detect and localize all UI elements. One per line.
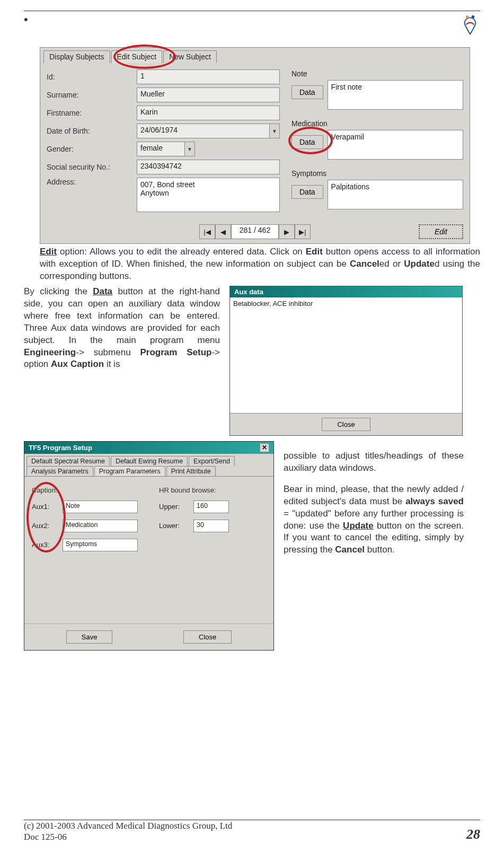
- nav-first-button[interactable]: |◀: [199, 224, 215, 239]
- label-gender: Gender:: [47, 145, 137, 153]
- caption-group-label: Caption:: [32, 486, 159, 494]
- aux3-label: Aux3:: [32, 541, 57, 549]
- page-number: 28: [466, 827, 480, 842]
- paragraph-save-update: Bear in mind, please, that the newly add…: [284, 484, 464, 557]
- bullet: •: [24, 15, 40, 244]
- medication-field[interactable]: Verapamil: [328, 130, 463, 160]
- label-surname: Surname:: [47, 91, 137, 99]
- setup-title: TF5 Program Setup: [29, 444, 92, 452]
- dob-dropdown-icon[interactable]: ▼: [270, 124, 280, 138]
- tab-export-send[interactable]: Export/Send: [189, 456, 235, 466]
- label-id: Id:: [47, 73, 137, 81]
- paragraph-edit-option: Edit option: Allows you to edit the alre…: [40, 246, 480, 283]
- tab-analysis-params[interactable]: Analysis Parametrs: [26, 466, 93, 476]
- ssn-field[interactable]: 2340394742: [137, 160, 280, 174]
- paragraph-data-button: By clicking the Data button at the right…: [24, 286, 220, 436]
- tab-edit-subject[interactable]: Edit Subject: [111, 50, 163, 63]
- subject-form-panel: Display Subjects Edit Subject New Subjec…: [40, 47, 470, 244]
- symptoms-data-button[interactable]: Data: [291, 185, 323, 199]
- gender-field[interactable]: female: [137, 142, 185, 156]
- label-address: Address:: [47, 178, 137, 186]
- aux-textarea[interactable]: Betablocker, ACE inhibitor: [230, 297, 462, 413]
- tab-program-params[interactable]: Program Parameters: [94, 466, 165, 476]
- paragraph-aux-titles: possible to adjust titles/headings of th…: [284, 450, 464, 475]
- svg-point-1: [472, 15, 474, 18]
- tab-new-subject[interactable]: New Subject: [163, 50, 217, 63]
- nav-next-button[interactable]: ▶: [279, 224, 295, 239]
- program-setup-window: TF5 Program Setup ✕ Default Spectral Res…: [24, 441, 274, 651]
- svg-point-0: [466, 15, 468, 18]
- label-note: Note: [291, 69, 463, 78]
- form-tabs: Display Subjects Edit Subject New Subjec…: [40, 48, 470, 63]
- aux1-field[interactable]: Note: [63, 500, 138, 513]
- hr-group-label: HR bound browse:: [159, 486, 254, 494]
- upper-label: Upper:: [159, 503, 188, 511]
- id-field[interactable]: 1: [137, 69, 280, 84]
- lower-field[interactable]: 30: [193, 520, 229, 532]
- setup-save-button[interactable]: Save: [66, 630, 113, 644]
- aux1-label: Aux1:: [32, 503, 57, 511]
- firstname-field[interactable]: Karin: [137, 106, 280, 120]
- medication-data-button[interactable]: Data: [291, 135, 323, 149]
- lower-label: Lower:: [159, 522, 188, 530]
- nav-last-button[interactable]: ▶|: [295, 224, 311, 239]
- tab-default-ewing[interactable]: Default Ewing Resume: [111, 456, 188, 466]
- logo-icon: [460, 15, 480, 36]
- nav-prev-button[interactable]: ◀: [215, 224, 231, 239]
- symptoms-field[interactable]: Palpitations: [328, 180, 463, 209]
- surname-field[interactable]: Mueller: [137, 87, 280, 102]
- aux-close-button[interactable]: Close: [322, 418, 370, 431]
- nav-counter[interactable]: 281 / 462: [231, 224, 279, 239]
- footer-text: (c) 2001-2003 Advanced Medical Diagnosti…: [24, 820, 232, 843]
- address-field[interactable]: 007, Bond street Anytown: [137, 178, 280, 212]
- edit-button[interactable]: Edit: [419, 224, 463, 239]
- gender-dropdown-icon[interactable]: ▼: [185, 142, 195, 156]
- aux3-field[interactable]: Symptoms: [63, 539, 138, 551]
- setup-close-button[interactable]: Close: [183, 630, 232, 644]
- aux2-label: Aux2:: [32, 522, 57, 530]
- tab-display-subjects[interactable]: Display Subjects: [43, 50, 110, 63]
- label-ssn: Social security No.:: [47, 163, 137, 171]
- tab-print-attribute[interactable]: Print Attribute: [166, 466, 216, 476]
- close-icon[interactable]: ✕: [260, 443, 269, 452]
- label-firstname: Firstname:: [47, 109, 137, 117]
- upper-field[interactable]: 160: [193, 500, 229, 513]
- label-symptoms: Symptoms: [291, 169, 463, 178]
- note-field[interactable]: First note: [328, 80, 463, 110]
- aux-data-window: Aux data Betablocker, ACE inhibitor Clos…: [229, 286, 463, 436]
- dob-field[interactable]: 24/06/1974: [137, 124, 270, 138]
- note-data-button[interactable]: Data: [291, 85, 323, 99]
- aux-title: Aux data: [230, 286, 462, 297]
- tab-default-spectral[interactable]: Default Spectral Resume: [26, 456, 110, 466]
- label-dob: Date of Birth:: [47, 127, 137, 135]
- aux2-field[interactable]: Medication: [63, 520, 138, 532]
- label-medication: Medication: [291, 119, 463, 128]
